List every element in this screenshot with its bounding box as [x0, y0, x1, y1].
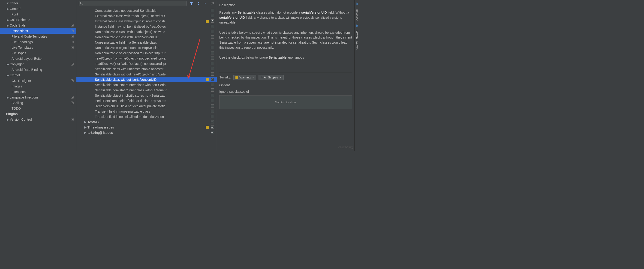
- inspection-label: Non-serializable field in a Serializable…: [95, 41, 204, 44]
- sidebar-item-copyright[interactable]: ▶Copyright: [0, 61, 76, 67]
- sidebar-item-intentions[interactable]: Intentions: [0, 89, 76, 95]
- inspection-group[interactable]: ▶TestNG: [76, 119, 217, 125]
- search-input[interactable]: [79, 1, 187, 6]
- inspection-checkbox[interactable]: [211, 72, 214, 76]
- inspection-item[interactable]: 'serialVersionUID' field not declared 'p…: [76, 103, 217, 109]
- sidebar-item-todo[interactable]: TODO: [0, 106, 76, 111]
- sidebar-item-plugins[interactable]: Plugins: [0, 111, 76, 117]
- inspection-checkbox[interactable]: [211, 110, 214, 113]
- sidebar-item-label: File and Code Templates: [12, 35, 47, 38]
- inspection-checkbox[interactable]: [211, 94, 214, 97]
- inspection-checkbox[interactable]: [211, 25, 214, 28]
- collapse-all-icon[interactable]: [203, 1, 208, 6]
- inspection-checkbox[interactable]: [211, 62, 214, 65]
- desc-code: Serializable: [269, 56, 286, 59]
- inspection-item[interactable]: 'readObject()' or 'writeObject()' not de…: [76, 56, 217, 61]
- expand-arrow-icon: ▶: [84, 120, 88, 124]
- inspection-checkbox[interactable]: [211, 51, 214, 54]
- inspection-checkbox[interactable]: [211, 83, 214, 86]
- maven-tool-label[interactable]: Maven Projects: [355, 30, 358, 50]
- inspection-checkbox[interactable]: [211, 35, 214, 38]
- inspection-item[interactable]: Non-serializable field in a Serializable…: [76, 40, 217, 45]
- sidebar-item-emmet[interactable]: ▶Emmet: [0, 72, 76, 78]
- sidebar-item-live-templates[interactable]: Live Templates: [0, 45, 76, 50]
- database-tool-icon[interactable]: 🛢: [355, 2, 358, 5]
- sidebar-item-images[interactable]: Images: [0, 83, 76, 89]
- inspection-group[interactable]: ▶toString() issues: [76, 130, 217, 135]
- sidebar-item-file-and-code-templates[interactable]: File and Code Templates: [0, 34, 76, 39]
- inspection-checkbox[interactable]: [211, 56, 214, 60]
- inspection-item[interactable]: Transient field is not initialized on de…: [76, 114, 217, 119]
- warning-color-icon: [236, 76, 238, 79]
- inspection-checkbox[interactable]: [211, 9, 214, 12]
- reset-icon[interactable]: [210, 1, 214, 6]
- sidebar-item-file-types[interactable]: File Types: [0, 50, 76, 56]
- sidebar-item-editor[interactable]: ▼Editor: [0, 0, 76, 6]
- mixed-checkbox[interactable]: [211, 120, 214, 123]
- filter-icon[interactable]: [189, 1, 194, 6]
- inspection-item[interactable]: Non-serializable object bound to HttpSes…: [76, 45, 217, 50]
- sidebar-item-label: Font: [12, 12, 18, 16]
- inspection-checkbox[interactable]: [211, 67, 214, 70]
- inspection-item[interactable]: Serializable object implicitly stores no…: [76, 93, 217, 98]
- inspection-checkbox[interactable]: [211, 99, 214, 102]
- desc-code: Serializable: [238, 10, 255, 14]
- severity-select[interactable]: Warning ▼: [233, 75, 256, 80]
- database-tool-label[interactable]: Database: [355, 9, 358, 21]
- inspection-item[interactable]: Serializable class with unconstructable …: [76, 66, 217, 71]
- inspection-item[interactable]: Instance field may not be initialized by…: [76, 24, 217, 29]
- inspection-item[interactable]: Non-serializable class with 'serialVersi…: [76, 34, 217, 40]
- inspection-checkbox[interactable]: [211, 88, 214, 92]
- inspection-item[interactable]: Non-serializable class with 'readObject(…: [76, 29, 217, 34]
- sidebar-item-language-injections[interactable]: ▶Language Injections: [0, 95, 76, 100]
- inspection-label: Externalizable class with 'readObject()'…: [95, 14, 204, 18]
- maven-tool-icon[interactable]: m: [355, 24, 358, 27]
- sidebar-item-gui-designer[interactable]: GUI Designer: [0, 78, 76, 83]
- sidebar-item-inspections[interactable]: Inspections: [0, 28, 76, 34]
- sidebar-item-android-layout-editor[interactable]: Android Layout Editor: [0, 56, 76, 61]
- inspection-checkbox[interactable]: [211, 78, 214, 81]
- sidebar-item-font[interactable]: Font: [0, 11, 76, 17]
- sidebar-item-label: Images: [12, 84, 22, 88]
- project-settings-icon: [71, 118, 74, 121]
- inspection-checkbox[interactable]: [211, 19, 214, 23]
- inspection-checkbox[interactable]: [211, 46, 214, 49]
- ignore-list[interactable]: Nothing to show: [219, 95, 352, 109]
- inspection-item[interactable]: Serializable non-'static' inner class wi…: [76, 82, 217, 87]
- inspection-checkbox[interactable]: [211, 104, 214, 107]
- inspection-item[interactable]: Externalizable class with 'readObject()'…: [76, 13, 217, 18]
- inspection-checkbox[interactable]: [211, 30, 214, 33]
- expand-arrow-icon: ▶: [6, 18, 10, 22]
- tool-window-rail: 🛢 Database m Maven Projects: [354, 0, 359, 151]
- sidebar-item-color-scheme[interactable]: ▶Color Scheme: [0, 17, 76, 23]
- inspection-item[interactable]: Serializable non-'static' inner class wi…: [76, 87, 217, 93]
- inspection-label: Non-serializable object passed to Object…: [95, 51, 204, 55]
- inspection-label: Non-serializable object bound to HttpSes…: [95, 46, 204, 50]
- mixed-checkbox[interactable]: [211, 131, 214, 134]
- inspection-checkbox[interactable]: [211, 41, 214, 44]
- sidebar-item-spelling[interactable]: Spelling: [0, 100, 76, 106]
- inspection-item[interactable]: 'readResolve()' or 'writeReplace()' not …: [76, 61, 217, 66]
- inspection-item[interactable]: 'serialPersistentFields' field not decla…: [76, 98, 217, 103]
- scope-select[interactable]: In All Scopes ▼: [258, 75, 284, 80]
- inspection-group[interactable]: ▶Threading issues: [76, 125, 217, 130]
- sidebar-item-android-data-binding[interactable]: Android Data Binding: [0, 67, 76, 72]
- inspection-item[interactable]: Serializable class without 'serialVersio…: [76, 77, 217, 82]
- expand-all-icon[interactable]: [196, 1, 200, 6]
- inspection-label: Transient field in non-serializable clas…: [95, 110, 204, 113]
- inspection-label: Instance field may not be initialized by…: [95, 25, 204, 28]
- inspection-tree: Comparator class not declared Serializab…: [76, 7, 217, 151]
- inspection-item[interactable]: Transient field in non-serializable clas…: [76, 109, 217, 114]
- sidebar-item-code-style[interactable]: ▶Code Style: [0, 23, 76, 28]
- sidebar-item-general[interactable]: ▶General: [0, 6, 76, 11]
- sidebar-item-version-control[interactable]: ▶Version Control: [0, 117, 76, 122]
- inspection-item[interactable]: Non-serializable object passed to Object…: [76, 50, 217, 56]
- inspection-item[interactable]: Comparator class not declared Serializab…: [76, 8, 217, 13]
- mixed-checkbox[interactable]: [211, 125, 214, 129]
- inspection-checkbox[interactable]: [211, 115, 214, 118]
- sidebar-item-file-encodings[interactable]: File Encodings: [0, 39, 76, 45]
- inspection-item[interactable]: Serializable class without 'readObject()…: [76, 71, 217, 77]
- sidebar-item-label: Emmet: [10, 73, 20, 77]
- inspection-checkbox[interactable]: [211, 14, 214, 17]
- inspection-item[interactable]: Externalizable class without 'public' no…: [76, 18, 217, 24]
